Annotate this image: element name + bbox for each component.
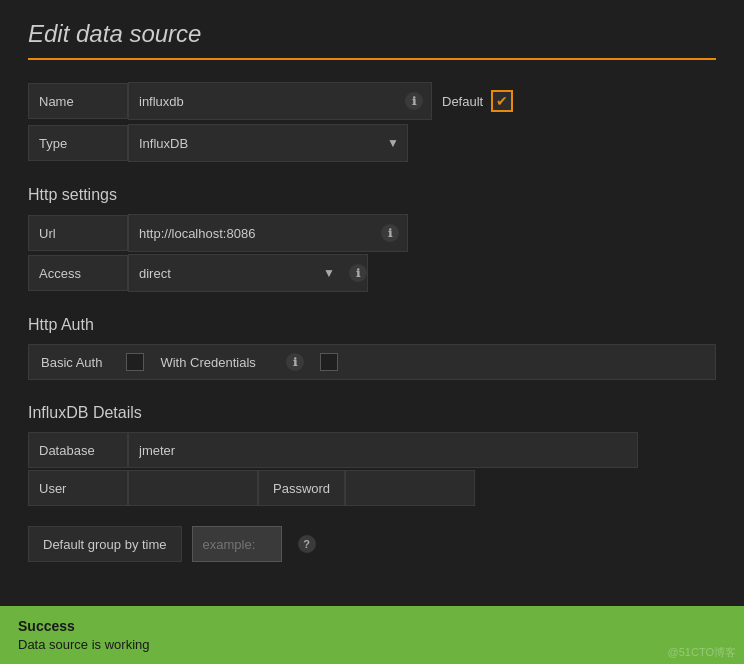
http-auth-block: Http Auth Basic Auth With Credentials ℹ (28, 316, 716, 380)
name-input[interactable] (129, 83, 399, 119)
url-row: Url ℹ (28, 214, 716, 252)
default-section: Default (442, 90, 513, 112)
influxdb-details-block: InfluxDB Details Database User Password (28, 404, 716, 506)
database-label: Database (28, 432, 128, 468)
basic-auth-label: Basic Auth (41, 355, 102, 370)
with-credentials-label: With Credentials (160, 355, 255, 370)
success-message: Data source is working (18, 637, 726, 652)
group-time-info-icon[interactable]: ? (298, 535, 316, 553)
title-divider (28, 58, 716, 60)
success-banner: Success Data source is working (0, 606, 744, 664)
type-label: Type (28, 125, 128, 161)
group-time-input[interactable] (192, 526, 282, 562)
access-label: Access (28, 255, 128, 291)
influxdb-details-header: InfluxDB Details (28, 404, 716, 422)
database-input[interactable] (128, 432, 638, 468)
default-label: Default (442, 94, 483, 109)
type-select-wrap: InfluxDB Graphite OpenTSDB Prometheus ▼ (128, 124, 408, 162)
auth-row: Basic Auth With Credentials ℹ (28, 344, 716, 380)
name-row: Name ℹ Default (28, 82, 716, 120)
main-content: Edit data source Name ℹ Default Type Inf… (0, 0, 744, 642)
with-credentials-checkbox[interactable] (320, 353, 338, 371)
http-settings-block: Http settings Url ℹ Access direct proxy … (28, 186, 716, 292)
type-row: Type InfluxDB Graphite OpenTSDB Promethe… (28, 124, 716, 162)
url-label: Url (28, 215, 128, 251)
http-auth-header: Http Auth (28, 316, 716, 334)
success-title: Success (18, 618, 726, 634)
page-title: Edit data source (28, 20, 716, 48)
with-credentials-info-icon[interactable]: ℹ (286, 353, 304, 371)
access-select[interactable]: direct proxy (129, 255, 323, 291)
page-wrapper: Edit data source Name ℹ Default Type Inf… (0, 0, 744, 664)
type-dropdown-arrow: ▼ (387, 136, 407, 150)
name-label: Name (28, 83, 128, 119)
access-row: Access direct proxy ▼ ℹ (28, 254, 716, 292)
url-info-icon[interactable]: ℹ (381, 224, 399, 242)
group-time-button[interactable]: Default group by time (28, 526, 182, 562)
password-label: Password (258, 470, 345, 506)
access-info-icon[interactable]: ℹ (349, 264, 367, 282)
watermark: @51CTO博客 (668, 645, 736, 660)
group-time-row: Default group by time ? (28, 526, 716, 562)
name-info-icon[interactable]: ℹ (405, 92, 423, 110)
url-input-wrap: ℹ (128, 214, 408, 252)
user-input[interactable] (128, 470, 258, 506)
http-settings-header: Http settings (28, 186, 716, 204)
basic-auth-checkbox[interactable] (126, 353, 144, 371)
default-checkbox[interactable] (491, 90, 513, 112)
url-input[interactable] (129, 215, 375, 251)
access-select-wrap: direct proxy ▼ ℹ (128, 254, 368, 292)
user-label: User (28, 470, 128, 506)
password-input[interactable] (345, 470, 475, 506)
access-dropdown-arrow: ▼ (323, 266, 343, 280)
type-select[interactable]: InfluxDB Graphite OpenTSDB Prometheus (129, 125, 387, 161)
user-password-row: User Password (28, 470, 716, 506)
database-row: Database (28, 432, 716, 468)
name-input-wrap: ℹ (128, 82, 432, 120)
